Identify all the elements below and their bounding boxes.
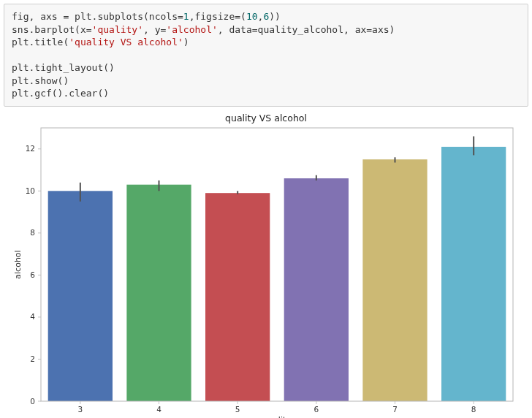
bar-chart: 024681012345678qualityalcohol bbox=[10, 123, 522, 418]
code-token: )) bbox=[269, 11, 281, 22]
code-token: plt.show() bbox=[12, 75, 69, 86]
code-token: sns.barplot(x= bbox=[12, 24, 92, 35]
x-tick-label: 8 bbox=[471, 405, 476, 414]
y-tick-label: 6 bbox=[30, 270, 35, 279]
code-token: , data=quality_alcohol, ax=axs) bbox=[218, 24, 395, 35]
y-tick-label: 4 bbox=[30, 312, 35, 321]
y-tick-label: 10 bbox=[26, 186, 35, 195]
code-token: fig, axs = plt.subplots(ncols= bbox=[12, 11, 183, 22]
x-tick-label: 6 bbox=[314, 405, 319, 414]
code-token: , y= bbox=[143, 24, 166, 35]
y-axis: 024681012 bbox=[26, 144, 41, 405]
y-tick-label: 0 bbox=[30, 396, 35, 405]
bar bbox=[205, 193, 270, 401]
bar bbox=[284, 178, 349, 401]
x-axis: 345678 bbox=[77, 401, 476, 414]
x-tick-label: 7 bbox=[392, 405, 398, 414]
code-token: 'quality VS alcohol' bbox=[69, 37, 183, 48]
code-token: plt.title( bbox=[12, 37, 69, 48]
x-tick-label: 4 bbox=[156, 405, 162, 414]
bar bbox=[441, 147, 506, 401]
code-token: 'quality' bbox=[92, 24, 143, 35]
y-tick-label: 12 bbox=[26, 144, 35, 153]
code-token: plt.tight_layout() bbox=[12, 62, 115, 73]
y-tick-label: 8 bbox=[30, 228, 35, 237]
code-token: 10 bbox=[246, 11, 258, 22]
bar bbox=[362, 159, 427, 401]
chart-title: quality VS alcohol bbox=[7, 113, 525, 123]
chart-output: quality VS alcohol 024681012345678qualit… bbox=[4, 113, 528, 418]
code-token: 'alcohol' bbox=[166, 24, 217, 35]
y-tick-label: 2 bbox=[30, 354, 35, 363]
bar bbox=[126, 185, 191, 401]
x-tick-label: 3 bbox=[77, 405, 83, 414]
x-axis-label: quality bbox=[263, 415, 291, 418]
code-cell: fig, axs = plt.subplots(ncols=1,figsize=… bbox=[4, 4, 528, 107]
bar bbox=[48, 191, 113, 401]
x-tick-label: 5 bbox=[235, 405, 240, 414]
code-token: 1 bbox=[183, 11, 189, 22]
y-axis-label: alcohol bbox=[13, 250, 23, 278]
code-token: ) bbox=[183, 37, 189, 48]
code-token: plt.gcf().clear() bbox=[12, 88, 109, 99]
code-token: ,figsize=( bbox=[189, 11, 246, 22]
